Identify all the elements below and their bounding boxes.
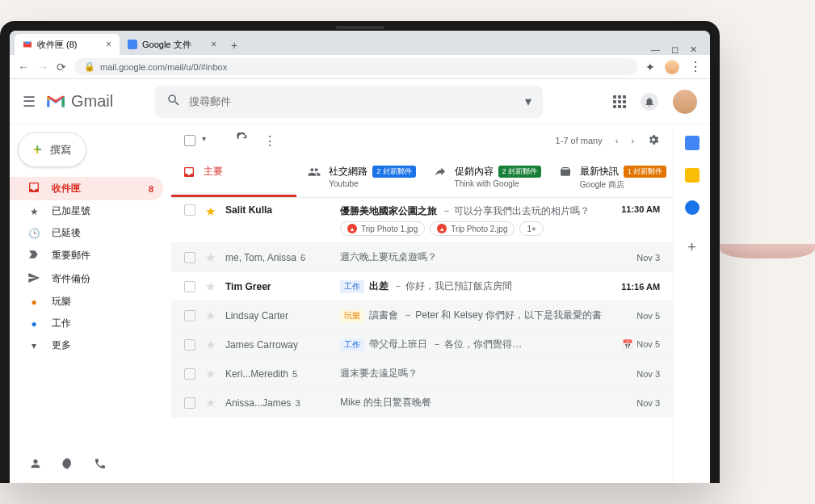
row-checkbox[interactable] — [184, 368, 195, 380]
search-input[interactable] — [189, 95, 525, 107]
mail-row[interactable]: ★ Lindsay Carter 玩樂讀書會 － Peter 和 Kelsey … — [171, 301, 673, 330]
close-tab-icon[interactable]: × — [211, 39, 216, 50]
row-checkbox[interactable] — [184, 339, 195, 351]
star-icon[interactable]: ★ — [205, 309, 216, 323]
sidebar-item-sent[interactable]: 寄件備份 — [10, 267, 163, 291]
compose-button[interactable]: + 撰寫 — [18, 132, 86, 167]
star-icon[interactable]: ★ — [205, 250, 216, 265]
mail-list: ★ Salit Kulla 優勝美地國家公園之旅 － 可以分享我們出去玩的相片嗎… — [171, 198, 673, 483]
category-tab[interactable]: 促銷內容2 封新郵件Think with Google — [422, 157, 548, 197]
select-all-checkbox[interactable] — [184, 135, 195, 146]
profile-avatar-icon[interactable] — [665, 60, 679, 74]
row-checkbox[interactable] — [184, 397, 195, 409]
sent-icon — [27, 271, 40, 287]
keep-icon[interactable] — [685, 168, 699, 183]
close-window-icon[interactable]: ✕ — [690, 44, 697, 55]
date: Nov 3 — [611, 398, 660, 408]
label-tag: 玩樂 — [340, 309, 364, 322]
label-tag: 工作 — [340, 338, 364, 351]
minimize-icon[interactable]: — — [651, 44, 660, 55]
sidebar: + 撰寫 收件匣8★已加星號🕒已延後重要郵件寄件備份●玩樂●工作▾更多 — [10, 124, 171, 483]
new-tab-button[interactable]: + — [225, 36, 244, 55]
url-input[interactable]: 🔒 mail.google.com/mail/u/0/#inbox — [74, 58, 637, 75]
browser-tab[interactable]: Google 文件 × — [120, 34, 225, 55]
mail-row[interactable]: ★ Anissa...James 3 Mike 的生日驚喜晚餐 Nov 3 — [171, 388, 673, 418]
extensions-icon[interactable]: ✦ — [645, 61, 655, 74]
star-icon[interactable]: ★ — [205, 204, 216, 219]
attachment-more[interactable]: 1+ — [519, 221, 543, 236]
next-page-icon[interactable]: › — [631, 136, 634, 145]
category-tab[interactable]: 最新快訊1 封新郵件Google 商店 — [548, 157, 673, 197]
date: 11:16 AM — [611, 282, 660, 292]
browser-menu-icon[interactable]: ⋮ — [689, 59, 702, 74]
row-checkbox[interactable] — [184, 204, 195, 216]
subject-area: 工作帶父母上班日 － 各位，你們覺得… — [340, 338, 602, 351]
back-icon[interactable]: ← — [18, 61, 29, 74]
search-box[interactable]: ▾ — [155, 86, 543, 118]
sidebar-item-clock[interactable]: 🕒已延後 — [10, 222, 163, 244]
sidebar-item-more[interactable]: ▾更多 — [10, 334, 163, 356]
attachment-chip[interactable]: ▲Trip Photo 2.jpg — [430, 221, 515, 236]
star-icon[interactable]: ★ — [205, 396, 216, 410]
star-icon[interactable]: ★ — [205, 367, 216, 381]
category-tabs: 主要社交網路2 封新郵件Youtube促銷內容2 封新郵件Think with … — [171, 157, 673, 198]
notifications-icon[interactable] — [641, 93, 658, 111]
category-icon — [434, 166, 447, 181]
more-icon[interactable]: ⋮ — [263, 133, 276, 149]
gmail-logo[interactable]: Gmail — [45, 92, 113, 111]
clock-icon: 🕒 — [27, 228, 40, 239]
mail-row[interactable]: ★ James Carroway 工作帶父母上班日 － 各位，你們覺得… 📅No… — [171, 330, 673, 359]
category-icon — [183, 166, 195, 181]
sender: Keri...Meredith 5 — [225, 368, 330, 380]
star-icon[interactable]: ★ — [205, 279, 216, 294]
event-icon: 📅 — [622, 339, 633, 349]
attachment-chip[interactable]: ▲Trip Photo 1.jpg — [340, 221, 425, 236]
search-icon — [166, 93, 181, 111]
date: Nov 5 — [611, 311, 660, 321]
refresh-icon[interactable] — [236, 132, 249, 149]
close-tab-icon[interactable]: × — [106, 39, 111, 50]
settings-gear-icon[interactable] — [647, 133, 660, 148]
sender: Tim Greer — [225, 281, 330, 292]
star-icon: ★ — [27, 206, 40, 217]
person-icon[interactable] — [29, 457, 42, 473]
subject-area: 工作出差 － 你好，我已預訂飯店房間 — [340, 279, 602, 293]
main-content: ⋮ 1-7 of many ‹ › 主要社交網路2 封新郵件Youtube促銷內… — [171, 124, 673, 483]
phone-icon[interactable] — [94, 457, 107, 473]
new-badge: 2 封新郵件 — [498, 166, 542, 178]
sidebar-item-tag-play[interactable]: ●玩樂 — [10, 291, 163, 313]
tasks-icon[interactable] — [685, 200, 699, 215]
reload-icon[interactable]: ⟳ — [57, 61, 66, 74]
category-icon — [308, 166, 321, 181]
google-apps-icon[interactable] — [613, 95, 626, 108]
subject-area: 優勝美地國家公園之旅 － 可以分享我們出去玩的相片嗎？▲Trip Photo 1… — [340, 204, 602, 236]
mail-row[interactable]: ★ Salit Kulla 優勝美地國家公園之旅 － 可以分享我們出去玩的相片嗎… — [171, 198, 673, 243]
sidebar-item-tag-work[interactable]: ●工作 — [10, 313, 163, 334]
subject-area: 玩樂讀書會 － Peter 和 Kelsey 你們好，以下是我最愛的書 — [340, 309, 602, 322]
calendar-icon[interactable] — [685, 136, 699, 150]
forward-icon[interactable]: → — [37, 61, 48, 74]
mail-row[interactable]: ★ Tim Greer 工作出差 － 你好，我已預訂飯店房間 11:16 AM — [171, 272, 673, 301]
menu-icon[interactable]: ☰ — [23, 93, 36, 111]
account-avatar[interactable] — [673, 90, 697, 114]
sidebar-item-important[interactable]: 重要郵件 — [10, 244, 163, 267]
mail-row[interactable]: ★ me, Tom, Anissa 6 週六晚上要玩桌遊嗎？ Nov 3 — [171, 243, 673, 272]
browser-tab-active[interactable]: 收件匣 (8) × — [15, 34, 120, 55]
subject-area: 週六晚上要玩桌遊嗎？ — [340, 250, 602, 264]
row-checkbox[interactable] — [184, 310, 195, 321]
category-tab[interactable]: 主要 — [171, 157, 296, 197]
mail-row[interactable]: ★ Keri...Meredith 5 週末要去遠足嗎？ Nov 3 — [171, 359, 673, 388]
category-tab[interactable]: 社交網路2 封新郵件Youtube — [296, 157, 422, 197]
star-icon[interactable]: ★ — [205, 338, 216, 352]
add-addon-icon[interactable]: + — [687, 239, 696, 256]
maximize-icon[interactable]: ◻ — [671, 44, 678, 55]
sidebar-item-star[interactable]: ★已加星號 — [10, 200, 163, 222]
row-checkbox[interactable] — [184, 252, 195, 263]
prev-page-icon[interactable]: ‹ — [615, 136, 619, 145]
hangouts-icon[interactable] — [61, 457, 74, 473]
tag-play-icon: ● — [27, 296, 40, 308]
search-options-icon[interactable]: ▾ — [525, 94, 531, 109]
sidebar-item-inbox[interactable]: 收件匣8 — [10, 177, 163, 200]
row-checkbox[interactable] — [184, 281, 195, 292]
more-icon: ▾ — [27, 340, 40, 351]
